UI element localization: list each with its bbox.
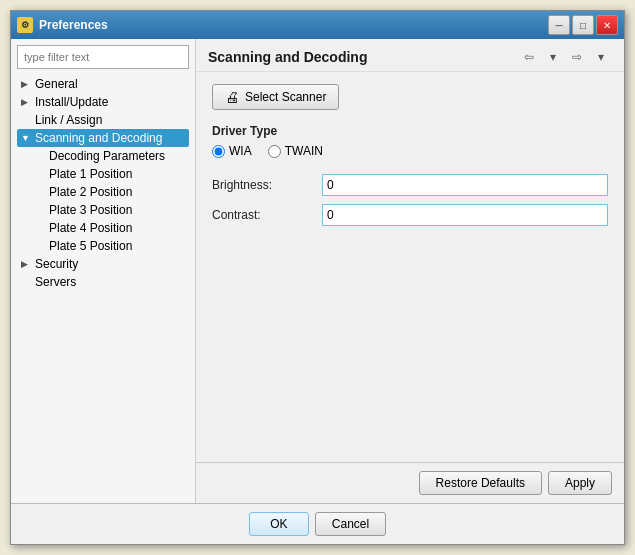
tree-item-plate4[interactable]: ▶ Plate 4 Position bbox=[17, 219, 189, 237]
brightness-label: Brightness: bbox=[212, 178, 322, 192]
contrast-row: Contrast: bbox=[212, 204, 608, 226]
select-scanner-button[interactable]: 🖨 Select Scanner bbox=[212, 84, 339, 110]
tree-item-plate3[interactable]: ▶ Plate 3 Position bbox=[17, 201, 189, 219]
driver-type-section: Driver Type WIA TWAIN bbox=[212, 124, 608, 158]
nav-dropdown2-button[interactable]: ▾ bbox=[590, 47, 612, 67]
window-title: Preferences bbox=[39, 18, 548, 32]
form-section: Brightness: Contrast: bbox=[212, 174, 608, 226]
tree-label-install-update: Install/Update bbox=[35, 95, 108, 109]
tree-label-plate1: Plate 1 Position bbox=[49, 167, 132, 181]
window-controls: ─ □ ✕ bbox=[548, 15, 618, 35]
nav-forward-button[interactable]: ⇨ bbox=[566, 47, 588, 67]
restore-defaults-button[interactable]: Restore Defaults bbox=[419, 471, 542, 495]
tree-label-general: General bbox=[35, 77, 78, 91]
driver-type-label: Driver Type bbox=[212, 124, 608, 138]
left-panel: ▶ General ▶ Install/Update ▶ Link / Assi… bbox=[11, 39, 196, 503]
tree-item-general[interactable]: ▶ General bbox=[17, 75, 189, 93]
tree-item-plate5[interactable]: ▶ Plate 5 Position bbox=[17, 237, 189, 255]
tree-item-link-assign[interactable]: ▶ Link / Assign bbox=[17, 111, 189, 129]
select-scanner-label: Select Scanner bbox=[245, 90, 326, 104]
radio-wia-option[interactable]: WIA bbox=[212, 144, 252, 158]
tree-label-scanning-decoding: Scanning and Decoding bbox=[35, 131, 162, 145]
contrast-label: Contrast: bbox=[212, 208, 322, 222]
ok-cancel-bar: OK Cancel bbox=[11, 503, 624, 544]
title-bar: ⚙ Preferences ─ □ ✕ bbox=[11, 11, 624, 39]
expand-arrow-security: ▶ bbox=[21, 259, 35, 269]
main-area: ▶ General ▶ Install/Update ▶ Link / Assi… bbox=[11, 39, 624, 503]
maximize-button[interactable]: □ bbox=[572, 15, 594, 35]
right-bottom-bar: Restore Defaults Apply bbox=[196, 462, 624, 503]
preferences-window: ⚙ Preferences ─ □ ✕ ▶ General bbox=[10, 10, 625, 545]
radio-twain-input[interactable] bbox=[268, 145, 281, 158]
tree-container: ▶ General ▶ Install/Update ▶ Link / Assi… bbox=[17, 75, 189, 497]
tree-label-decoding-params: Decoding Parameters bbox=[49, 149, 165, 163]
nav-dropdown-button[interactable]: ▾ bbox=[542, 47, 564, 67]
nav-icons: ⇦ ▾ ⇨ ▾ bbox=[518, 47, 612, 67]
right-panel: Scanning and Decoding ⇦ ▾ ⇨ ▾ 🖨 Select S… bbox=[196, 39, 624, 503]
brightness-row: Brightness: bbox=[212, 174, 608, 196]
tree-label-plate3: Plate 3 Position bbox=[49, 203, 132, 217]
tree-item-plate1[interactable]: ▶ Plate 1 Position bbox=[17, 165, 189, 183]
tree-item-servers[interactable]: ▶ Servers bbox=[17, 273, 189, 291]
tree-label-link-assign: Link / Assign bbox=[35, 113, 102, 127]
scanner-icon: 🖨 bbox=[225, 89, 239, 105]
tree-label-plate2: Plate 2 Position bbox=[49, 185, 132, 199]
minimize-button[interactable]: ─ bbox=[548, 15, 570, 35]
window-icon: ⚙ bbox=[17, 17, 33, 33]
tree-label-plate5: Plate 5 Position bbox=[49, 239, 132, 253]
right-body: 🖨 Select Scanner Driver Type WIA bbox=[196, 72, 624, 462]
expand-arrow-scanning: ▼ bbox=[21, 133, 35, 143]
tree-item-plate2[interactable]: ▶ Plate 2 Position bbox=[17, 183, 189, 201]
driver-type-radio-group: WIA TWAIN bbox=[212, 144, 608, 158]
brightness-input[interactable] bbox=[322, 174, 608, 196]
tree-item-scanning-decoding[interactable]: ▼ Scanning and Decoding bbox=[17, 129, 189, 147]
ok-button[interactable]: OK bbox=[249, 512, 309, 536]
close-button[interactable]: ✕ bbox=[596, 15, 618, 35]
filter-input[interactable] bbox=[17, 45, 189, 69]
right-panel-title: Scanning and Decoding bbox=[208, 49, 518, 65]
cancel-button[interactable]: Cancel bbox=[315, 512, 386, 536]
radio-wia-label: WIA bbox=[229, 144, 252, 158]
tree-label-security: Security bbox=[35, 257, 78, 271]
expand-arrow-general: ▶ bbox=[21, 79, 35, 89]
expand-arrow-install: ▶ bbox=[21, 97, 35, 107]
nav-back-button[interactable]: ⇦ bbox=[518, 47, 540, 67]
apply-button[interactable]: Apply bbox=[548, 471, 612, 495]
contrast-input[interactable] bbox=[322, 204, 608, 226]
window-content: ▶ General ▶ Install/Update ▶ Link / Assi… bbox=[11, 39, 624, 544]
tree-label-servers: Servers bbox=[35, 275, 76, 289]
radio-twain-label: TWAIN bbox=[285, 144, 323, 158]
tree-item-security[interactable]: ▶ Security bbox=[17, 255, 189, 273]
tree-item-decoding-params[interactable]: ▶ Decoding Parameters bbox=[17, 147, 189, 165]
tree-item-install-update[interactable]: ▶ Install/Update bbox=[17, 93, 189, 111]
radio-wia-input[interactable] bbox=[212, 145, 225, 158]
right-header: Scanning and Decoding ⇦ ▾ ⇨ ▾ bbox=[196, 39, 624, 72]
radio-twain-option[interactable]: TWAIN bbox=[268, 144, 323, 158]
tree-label-plate4: Plate 4 Position bbox=[49, 221, 132, 235]
